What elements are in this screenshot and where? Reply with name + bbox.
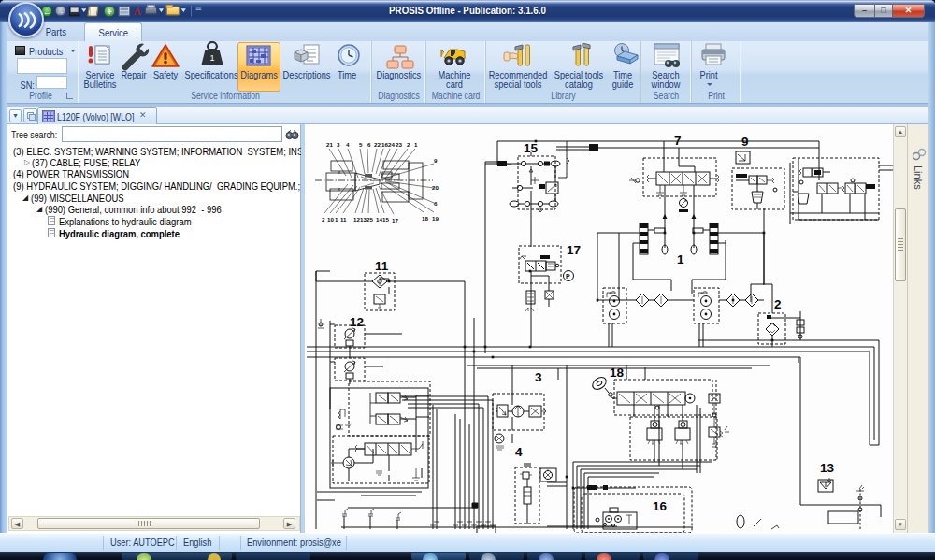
svg-text:20: 20 [432,184,439,191]
svg-text:3: 3 [535,370,542,384]
svg-text:6: 6 [367,141,371,148]
svg-text:13: 13 [820,461,835,475]
svg-text:12: 12 [350,315,364,329]
svg-text:1: 1 [414,141,418,148]
svg-text:17: 17 [567,243,581,257]
svg-text:6: 6 [434,200,438,207]
svg-text:17: 17 [392,217,398,223]
svg-text:24: 24 [388,141,395,148]
svg-text:9: 9 [434,157,438,164]
svg-text:+O: +O [609,290,615,295]
svg-text:4: 4 [346,141,350,148]
svg-text:5: 5 [359,141,363,148]
svg-text:2: 2 [407,141,410,148]
svg-text:18: 18 [422,215,428,222]
svg-text:1: 1 [209,53,214,63]
svg-text:4: 4 [515,445,523,459]
svg-text:3: 3 [337,141,340,148]
svg-text:11: 11 [340,216,347,223]
svg-text:1: 1 [677,252,684,266]
svg-text:1: 1 [335,216,338,223]
svg-text:2: 2 [774,297,782,311]
svg-text:11: 11 [375,259,389,273]
svg-text:+O: +O [700,290,707,295]
svg-text:15: 15 [382,216,389,223]
svg-text:18: 18 [610,366,625,380]
svg-text:21: 21 [326,141,333,148]
svg-text:25: 25 [367,216,373,223]
svg-text:22: 22 [374,141,381,148]
svg-text:23: 23 [396,141,402,148]
svg-text:10: 10 [327,216,334,223]
svg-text:2: 2 [322,216,325,223]
svg-text:P: P [566,273,570,280]
svg-text:19: 19 [432,215,439,222]
svg-text:16: 16 [653,499,668,513]
